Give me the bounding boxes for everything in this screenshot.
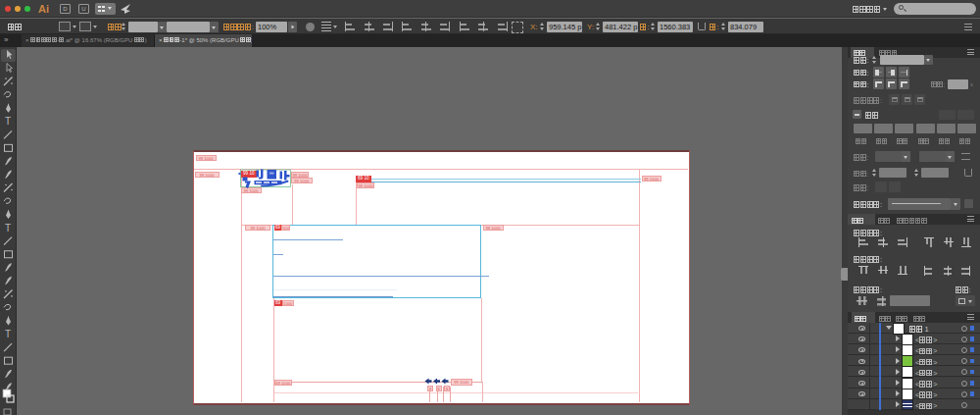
svg-text:T: T [5,223,11,233]
svg-text:T: T [5,116,11,127]
svg-text:T: T [5,329,11,339]
